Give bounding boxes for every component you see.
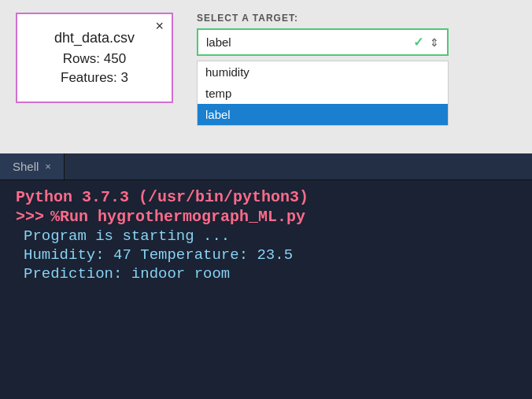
shell-tab-close-button[interactable]: ×	[45, 161, 51, 172]
shell-prompt: >>>	[16, 208, 44, 226]
target-select-value: label	[206, 35, 407, 49]
dropdown-item-label[interactable]: label	[198, 104, 448, 125]
target-selector: SELECT A TARGET: label ✓ ⇕ humidity temp…	[197, 13, 449, 126]
shell-section: Shell × Python 3.7.3 (/usr/bin/python3) …	[0, 153, 532, 399]
check-icon: ✓	[413, 35, 423, 50]
shell-output-1: Program is starting ...	[16, 227, 516, 245]
dropdown-item-temp[interactable]: temp	[198, 83, 448, 104]
shell-content: Python 3.7.3 (/usr/bin/python3) >>> %Run…	[0, 180, 532, 399]
target-dropdown: humidity temp label	[197, 61, 449, 126]
target-select-box[interactable]: label ✓ ⇕	[197, 28, 449, 56]
caret-icon: ⇕	[430, 36, 439, 49]
shell-run-cmd: %Run hygrothermograph_ML.py	[50, 208, 305, 226]
target-selector-label: SELECT A TARGET:	[197, 13, 449, 24]
file-card-features: Features: 3	[41, 70, 148, 86]
top-section: × dht_data.csv Rows: 450 Features: 3 SEL…	[0, 0, 532, 153]
shell-output-3: Prediction: indoor room	[16, 265, 516, 283]
file-card: × dht_data.csv Rows: 450 Features: 3	[16, 13, 173, 103]
file-card-title: dht_data.csv	[41, 30, 148, 46]
file-card-rows: Rows: 450	[41, 51, 148, 67]
shell-tab-label: Shell	[13, 160, 39, 173]
shell-tab-bar: Shell ×	[0, 153, 532, 180]
dropdown-item-humidity[interactable]: humidity	[198, 61, 448, 83]
shell-tab[interactable]: Shell ×	[0, 153, 65, 179]
file-card-close-button[interactable]: ×	[155, 19, 164, 33]
shell-output-2: Humidity: 47 Temperature: 23.5	[16, 246, 516, 264]
shell-version-line: Python 3.7.3 (/usr/bin/python3)	[16, 188, 516, 206]
shell-run-line: >>> %Run hygrothermograph_ML.py	[16, 208, 516, 226]
